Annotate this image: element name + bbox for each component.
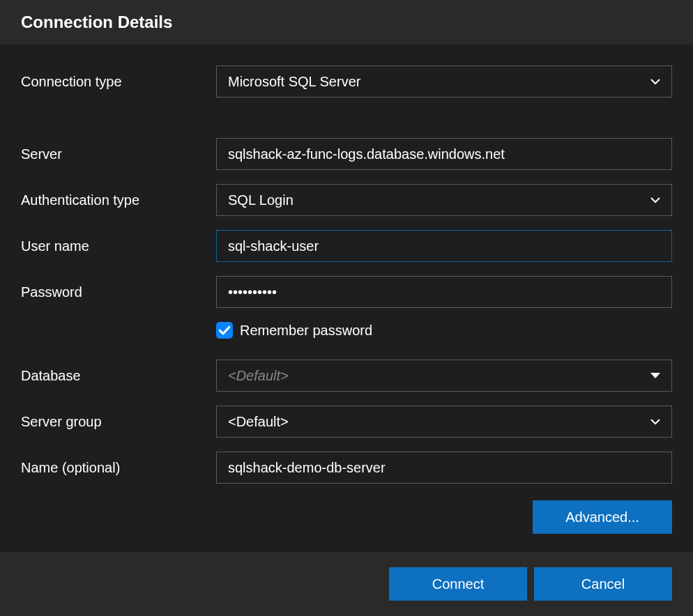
password-input[interactable] [216,276,672,308]
connection-type-label: Connection type [21,74,216,90]
server-row: Server [21,138,672,170]
chevron-down-icon [650,417,660,426]
server-group-label: Server group [21,414,216,430]
database-row: Database <Default> [21,360,672,392]
connection-type-value: Microsoft SQL Server [228,74,360,90]
server-label: Server [21,146,216,162]
database-value: <Default> [228,368,289,384]
auth-type-label: Authentication type [21,192,216,208]
connection-type-row: Connection type Microsoft SQL Server [21,66,672,98]
connection-type-select[interactable]: Microsoft SQL Server [216,66,672,98]
server-group-select[interactable]: <Default> [216,406,672,438]
server-input[interactable] [216,138,672,170]
username-row: User name [21,230,672,262]
auth-type-value: SQL Login [228,192,294,208]
name-label: Name (optional) [21,460,216,476]
server-group-value: <Default> [228,414,289,430]
chevron-down-icon [650,195,660,205]
chevron-down-icon [650,77,660,86]
remember-password-label: Remember password [240,323,372,339]
remember-password-row: Remember password [216,322,672,339]
remember-password-checkbox[interactable] [216,322,233,339]
username-label: User name [21,238,216,254]
database-label: Database [21,368,216,384]
auth-type-select[interactable]: SQL Login [216,184,672,216]
auth-type-row: Authentication type SQL Login [21,184,672,216]
name-row: Name (optional) [21,452,672,484]
cancel-button[interactable]: Cancel [534,567,672,601]
dialog-body: Connection type Microsoft SQL Server Ser… [0,45,693,548]
password-label: Password [21,284,216,300]
name-input[interactable] [216,452,672,484]
checkmark-icon [219,325,230,335]
advanced-button[interactable]: Advanced... [533,500,672,534]
advanced-row: Advanced... [21,500,672,534]
server-group-row: Server group <Default> [21,406,672,438]
connect-button[interactable]: Connect [389,567,527,601]
password-row: Password [21,276,672,308]
username-input[interactable] [216,230,672,262]
caret-down-icon [650,373,660,378]
dialog-title: Connection Details [21,13,672,32]
dialog-footer: Connect Cancel [0,552,693,616]
dialog-header: Connection Details [0,0,693,45]
database-select[interactable]: <Default> [216,360,672,392]
